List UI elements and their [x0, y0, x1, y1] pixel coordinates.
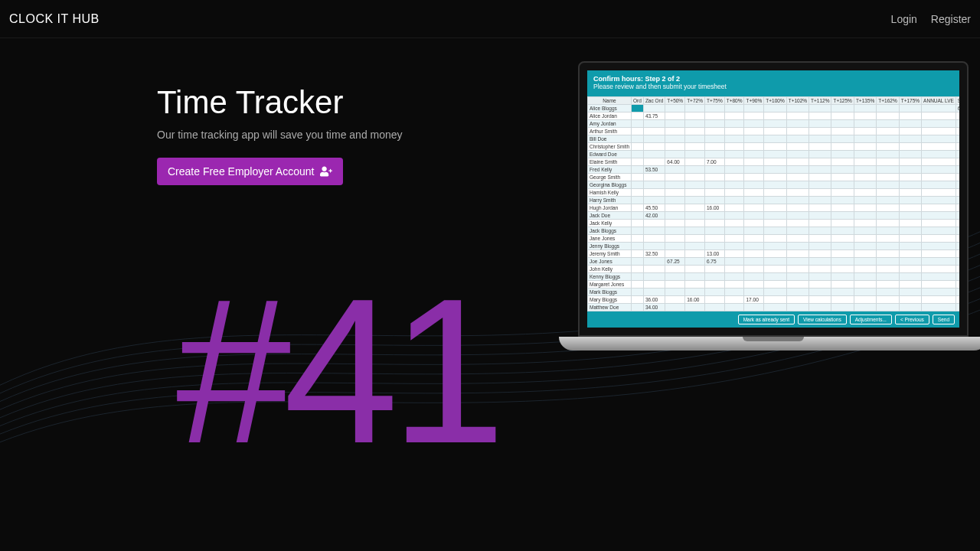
- mock-cell: [786, 296, 808, 304]
- mock-cell: [643, 189, 665, 197]
- mock-cell: [809, 243, 831, 250]
- mock-cell: [809, 258, 831, 266]
- brand-title[interactable]: CLOCK IT HUB: [9, 12, 100, 26]
- mock-cell: [632, 166, 644, 174]
- mock-cell: [786, 174, 808, 181]
- mock-cell: [685, 289, 705, 296]
- mock-header: Confirm hours: Step 2 of 2 Please review…: [587, 70, 959, 96]
- mock-cell: [665, 197, 685, 204]
- mock-cell: [854, 258, 876, 266]
- hero-section: Time Tracker Our time tracking app will …: [0, 38, 980, 551]
- mock-cell: 53.50: [643, 166, 665, 174]
- mock-cell: [854, 266, 876, 273]
- mock-cell: [956, 235, 959, 243]
- mock-cell: [643, 105, 665, 112]
- mock-cell: [786, 212, 808, 220]
- mock-cell: [877, 296, 899, 304]
- login-link[interactable]: Login: [891, 13, 917, 25]
- mock-cell: [956, 273, 959, 281]
- mock-cell: [854, 289, 876, 296]
- mock-cell: [643, 151, 665, 158]
- mock-footer-button: < Previous: [895, 315, 929, 324]
- mock-cell: [831, 304, 854, 311]
- mock-column-header: T+100%: [764, 97, 786, 105]
- mock-cell: [685, 143, 705, 151]
- mock-cell: [922, 289, 956, 296]
- mock-cell: [922, 105, 956, 112]
- mock-cell: [831, 174, 854, 181]
- register-link[interactable]: Register: [931, 13, 971, 25]
- mock-cell: [764, 304, 786, 311]
- nav-links: Login Register: [891, 13, 971, 25]
- mock-row-name: George Smith: [588, 174, 632, 181]
- mock-cell: [786, 166, 808, 174]
- mock-column-header: T+90%: [744, 97, 764, 105]
- mock-cell: [685, 273, 705, 281]
- mock-cell: [685, 311, 705, 312]
- mock-column-header: T+162%: [877, 97, 899, 105]
- mock-row-name: Max Kelly: [588, 311, 632, 312]
- mock-cell: [956, 143, 959, 151]
- mock-cell: [744, 158, 764, 166]
- mock-cell: [922, 235, 956, 243]
- mock-column-header: Name: [588, 97, 632, 105]
- mock-cell: [899, 105, 921, 112]
- mock-cell: [643, 289, 665, 296]
- mock-cell: [831, 204, 854, 212]
- mock-cell: [809, 128, 831, 135]
- mock-cell: [854, 112, 876, 120]
- mock-column-header: T+125%: [831, 97, 854, 105]
- mock-cell: [643, 220, 665, 227]
- mock-cell: [632, 227, 644, 235]
- mock-cell: [899, 304, 921, 311]
- mock-cell: [786, 143, 808, 151]
- mock-cell: [704, 135, 724, 143]
- mock-cell: [899, 243, 921, 250]
- mock-column-header: T+102%: [786, 97, 808, 105]
- mock-cell: [854, 151, 876, 158]
- mock-cell: [854, 304, 876, 311]
- mock-row-name: Matthew Doe: [588, 304, 632, 311]
- mock-cell: [831, 197, 854, 204]
- mock-cell: [764, 166, 786, 174]
- mock-cell: [786, 258, 808, 266]
- mock-cell: [643, 158, 665, 166]
- mock-cell: [704, 143, 724, 151]
- mock-cell: [922, 296, 956, 304]
- mock-cell: [877, 189, 899, 197]
- mock-cell: [831, 128, 854, 135]
- mock-cell: [877, 266, 899, 273]
- mock-cell: [786, 181, 808, 189]
- mock-cell: [877, 112, 899, 120]
- mock-footer-button: View calculations: [798, 315, 847, 324]
- mock-cell: [632, 220, 644, 227]
- mock-cell: [704, 181, 724, 189]
- mock-cell: [877, 143, 899, 151]
- create-account-button[interactable]: Create Free Employer Account: [157, 158, 343, 185]
- mock-cell: [922, 151, 956, 158]
- mock-cell: [665, 151, 685, 158]
- mock-cell: [899, 204, 921, 212]
- mock-cell: [764, 112, 786, 120]
- mock-cell: [956, 296, 959, 304]
- mock-cell: [643, 227, 665, 235]
- mock-cell: [665, 296, 685, 304]
- mock-column-header: T+175%: [899, 97, 921, 105]
- mock-cell: [809, 204, 831, 212]
- mock-row-name: Elaine Smith: [588, 158, 632, 166]
- mock-cell: [786, 112, 808, 120]
- mock-row-name: Mary Bloggs: [588, 296, 632, 304]
- mock-column-header: T+135%: [854, 97, 876, 105]
- mock-cell: [764, 266, 786, 273]
- navbar: CLOCK IT HUB Login Register: [0, 0, 980, 38]
- mock-cell: [956, 128, 959, 135]
- mock-cell: [744, 273, 764, 281]
- mock-cell: [922, 281, 956, 289]
- mock-cell: [854, 181, 876, 189]
- mock-cell: [899, 166, 921, 174]
- mock-cell: [704, 112, 724, 120]
- mock-cell: [877, 151, 899, 158]
- mock-cell: [899, 250, 921, 258]
- mock-cell: [764, 296, 786, 304]
- mock-cell: [665, 281, 685, 289]
